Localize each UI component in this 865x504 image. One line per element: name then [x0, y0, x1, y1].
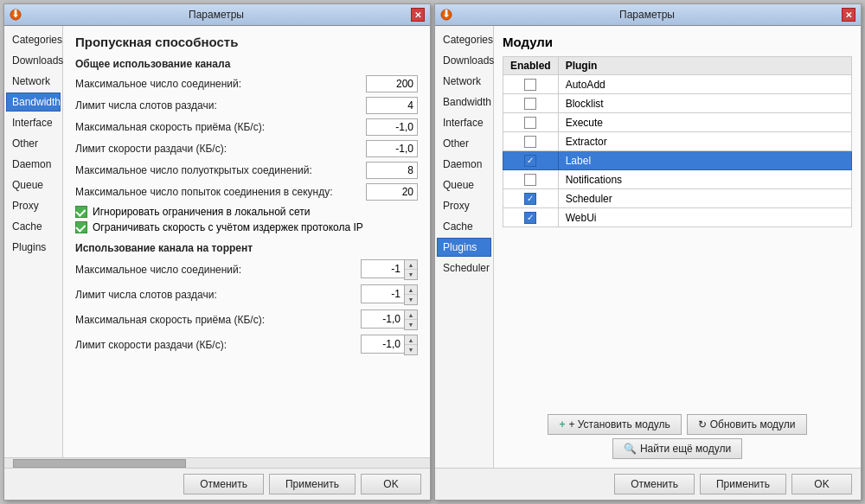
plugin-enabled-notifications[interactable]	[503, 170, 559, 189]
sidebar-item-daemon-1[interactable]: Daemon	[6, 155, 61, 174]
close-button-1[interactable]: ✕	[411, 8, 425, 22]
spin-up-2[interactable]: ▲	[405, 310, 417, 320]
sidebar-item-downloads-1[interactable]: Downloads	[6, 51, 61, 70]
plugin-enabled-extractor[interactable]	[503, 132, 559, 151]
sidebar-item-queue-2[interactable]: Queue	[437, 175, 491, 195]
field-input-2[interactable]	[366, 118, 418, 136]
plugin-name-autoadd: AutoAdd	[558, 75, 851, 94]
plugin-row-execute[interactable]: Execute	[503, 113, 852, 132]
sidebar-item-queue-1[interactable]: Queue	[6, 175, 61, 195]
plugin-row-blocklist[interactable]: Blocklist	[503, 94, 852, 113]
plugin-row-scheduler[interactable]: Scheduler	[503, 189, 852, 208]
sidebar-item-proxy-2[interactable]: Proxy	[437, 196, 491, 215]
cancel-button-1[interactable]: Отменить	[183, 474, 264, 494]
torrent-input-3[interactable]	[361, 335, 404, 354]
close-button-2[interactable]: ✕	[842, 8, 855, 22]
ok-button-1[interactable]: OK	[361, 474, 421, 494]
sidebar-item-categories-1[interactable]: Categories	[6, 30, 61, 49]
sidebar-item-plugins-2[interactable]: Plugins	[437, 238, 491, 257]
window-bandwidth: ⬇ Параметры ✕ Categories Downloads Netwo…	[3, 3, 431, 501]
spin-down-0[interactable]: ▼	[405, 270, 417, 279]
sidebar-item-cache-1[interactable]: Cache	[6, 217, 61, 236]
spin-up-0[interactable]: ▲	[405, 260, 417, 270]
install-plugin-button[interactable]: + + Установить модуль	[548, 414, 681, 435]
bandwidth-title: Пропускная способность	[75, 35, 418, 49]
spin-down-2[interactable]: ▼	[405, 320, 417, 329]
torrent-spin-3: ▲ ▼	[361, 335, 418, 355]
spin-down-3[interactable]: ▼	[405, 345, 417, 354]
torrent-input-2[interactable]	[361, 309, 404, 329]
torrent-field-row-0: Максимальное число соединений: ▲ ▼	[75, 259, 418, 280]
plugins-title: Модули	[503, 35, 852, 49]
checkbox-notifications[interactable]	[524, 174, 536, 186]
spin-down-1[interactable]: ▼	[405, 295, 417, 304]
checkbox-autoadd[interactable]	[524, 79, 536, 91]
apply-button-2[interactable]: Применить	[700, 474, 786, 494]
plugin-enabled-execute[interactable]	[503, 113, 559, 132]
refresh-plugins-button[interactable]: ↻ Обновить модули	[687, 414, 807, 435]
torrent-spin-2: ▲ ▼	[361, 309, 418, 330]
field-label-5: Максимальное число попыток соединения в …	[75, 186, 366, 198]
plugin-row-notifications[interactable]: Notifications	[503, 170, 852, 189]
sidebar-item-proxy-1[interactable]: Proxy	[6, 196, 61, 215]
spin-up-3[interactable]: ▲	[405, 335, 417, 345]
ignore-local-checkbox[interactable]	[75, 206, 87, 218]
field-label-4: Максимальное число полуоткрытых соединен…	[75, 164, 366, 176]
field-input-5[interactable]	[366, 183, 418, 201]
sidebar-item-other-1[interactable]: Other	[6, 134, 61, 153]
sidebar-item-interface-1[interactable]: Interface	[6, 113, 61, 132]
app-icon-1: ⬇	[10, 9, 22, 21]
plugin-enabled-autoadd[interactable]	[503, 75, 559, 94]
apply-button-1[interactable]: Применить	[269, 474, 356, 494]
checkbox-execute[interactable]	[524, 117, 536, 129]
checkbox-blocklist[interactable]	[524, 98, 536, 110]
plugin-row-webui[interactable]: WebUi	[503, 208, 852, 227]
sidebar-item-bandwidth-2[interactable]: Bandwidth	[437, 93, 491, 112]
find-plugins-button[interactable]: 🔍 Найти ещё модули	[612, 438, 742, 459]
sidebar-item-other-2[interactable]: Other	[437, 134, 491, 153]
window-title-2: Параметры	[452, 9, 842, 21]
plugins-content: Модули Enabled Plugin AutoAdd Blockl	[494, 26, 861, 468]
plugin-btn-row-2: 🔍 Найти ещё модули	[612, 438, 742, 459]
scrollbar-1[interactable]	[4, 457, 430, 468]
sidebar-item-interface-2[interactable]: Interface	[437, 113, 491, 132]
plugin-name-notifications: Notifications	[558, 170, 851, 189]
checkbox-scheduler[interactable]	[524, 193, 536, 205]
field-input-4[interactable]	[366, 162, 418, 179]
sidebar-item-bandwidth-1[interactable]: Bandwidth	[6, 93, 61, 112]
checkbox-extractor[interactable]	[524, 136, 536, 148]
sidebar-item-network-2[interactable]: Network	[437, 72, 491, 91]
scrollbar-thumb-1[interactable]	[13, 459, 186, 468]
field-input-1[interactable]	[366, 97, 418, 114]
sidebar-item-cache-2[interactable]: Cache	[437, 217, 491, 236]
sidebar-item-downloads-2[interactable]: Downloads	[437, 51, 491, 70]
sidebar-item-daemon-2[interactable]: Daemon	[437, 155, 491, 174]
plugin-row-extractor[interactable]: Extractor	[503, 132, 852, 151]
plugin-enabled-scheduler[interactable]	[503, 189, 559, 208]
torrent-input-0[interactable]	[361, 259, 404, 278]
plugin-enabled-webui[interactable]	[503, 208, 559, 227]
sidebar-item-network-1[interactable]: Network	[6, 72, 61, 91]
svg-text:⬇: ⬇	[11, 9, 20, 20]
ok-button-2[interactable]: OK	[791, 474, 852, 494]
cancel-button-2[interactable]: Отменить	[614, 474, 695, 494]
checkbox-label[interactable]	[524, 155, 536, 167]
sidebar-item-scheduler-2[interactable]: Scheduler	[437, 258, 491, 278]
field-input-3[interactable]	[366, 140, 418, 157]
checkbox-webui[interactable]	[524, 212, 536, 224]
plugin-enabled-blocklist[interactable]	[503, 94, 559, 113]
sidebar-item-categories-2[interactable]: Categories	[437, 30, 491, 49]
field-label-1: Лимит числа слотов раздачи:	[75, 99, 366, 112]
sidebar-item-plugins-1[interactable]: Plugins	[6, 238, 61, 257]
torrent-input-1[interactable]	[361, 284, 404, 303]
section2-title: Использование канала на торрент	[75, 242, 418, 254]
spin-up-1[interactable]: ▲	[405, 285, 417, 295]
plugin-name-extractor: Extractor	[558, 132, 851, 151]
plugin-row-autoadd[interactable]: AutoAdd	[503, 75, 852, 94]
plugin-row-label[interactable]: Label	[503, 151, 852, 170]
torrent-spin-1: ▲ ▼	[361, 284, 418, 305]
spin-btns-0: ▲ ▼	[404, 259, 418, 280]
field-input-0[interactable]	[366, 75, 418, 93]
plugin-enabled-label[interactable]	[503, 151, 559, 170]
limit-overhead-checkbox[interactable]	[75, 221, 87, 233]
